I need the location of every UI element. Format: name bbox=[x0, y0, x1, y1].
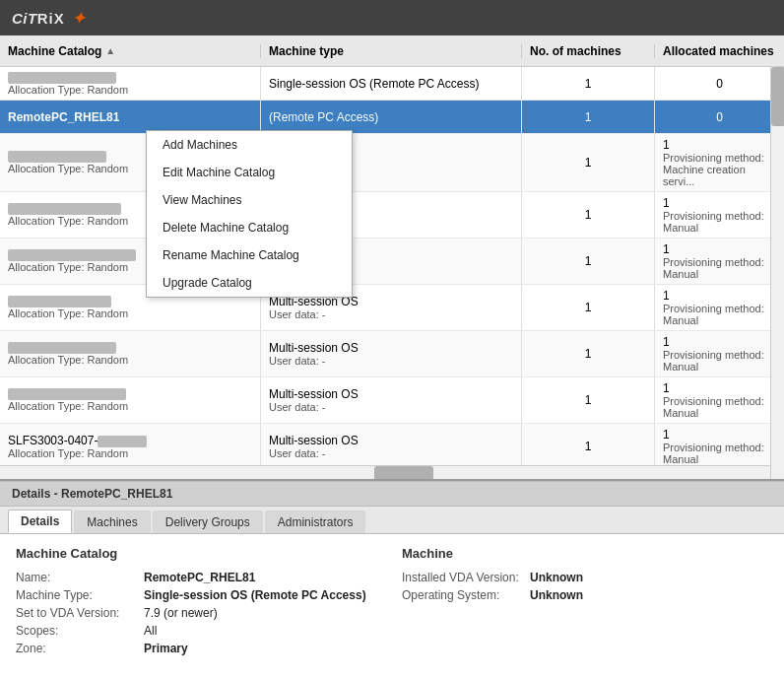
blurred-name bbox=[8, 388, 126, 400]
cell-allocated: 1 Provisioning method: Manual bbox=[655, 331, 784, 376]
blurred-name bbox=[8, 249, 136, 261]
cell-no-machines: 1 bbox=[522, 331, 655, 376]
col-header-allocated[interactable]: Allocated machines bbox=[655, 44, 784, 58]
scroll-thumb[interactable] bbox=[771, 67, 784, 126]
cell-machine-catalog: SLFS3003-0407- Allocation Type: Random bbox=[0, 424, 261, 469]
cell-machine-catalog: Allocation Type: Random bbox=[0, 67, 261, 100]
detail-os-label: Operating System: bbox=[402, 588, 530, 602]
citrix-logo: CiTRiX ✦ bbox=[12, 8, 86, 29]
table-row[interactable]: Allocation Type: Random Multi-session OS… bbox=[0, 285, 784, 331]
blurred-name bbox=[8, 342, 116, 354]
tab-administrators[interactable]: Administrators bbox=[265, 510, 366, 533]
detail-installed-vda-label: Installed VDA Version: bbox=[402, 571, 530, 584]
detail-os-value: Unknown bbox=[530, 588, 583, 602]
table-row[interactable]: Allocation Type: Random (Virtual) 1 1 Pr… bbox=[0, 134, 784, 192]
table-row[interactable]: Allocation Type: Random 1 1 Provisioning… bbox=[0, 238, 784, 285]
col-header-machine-type[interactable]: Machine type bbox=[261, 44, 522, 58]
detail-vda-value: 7.9 (or newer) bbox=[144, 606, 218, 620]
detail-vda-label: Set to VDA Version: bbox=[16, 606, 144, 620]
detail-name-row: Name: RemotePC_RHEL81 bbox=[16, 571, 382, 584]
context-menu-upgrade-catalog[interactable]: Upgrade Catalog bbox=[147, 269, 352, 297]
context-menu-rename-catalog[interactable]: Rename Machine Catalog bbox=[147, 241, 352, 269]
cell-allocated: 1 Provisioning method: Manual bbox=[655, 377, 784, 423]
detail-zone-value: Primary bbox=[144, 642, 188, 655]
details-panel: Details - RemotePC_RHEL81 Details Machin… bbox=[0, 479, 784, 680]
machine-catalog-details: Machine Catalog Name: RemotePC_RHEL81 Ma… bbox=[16, 546, 382, 668]
detail-installed-vda-value: Unknown bbox=[530, 571, 583, 584]
detail-installed-vda-row: Installed VDA Version: Unknown bbox=[402, 571, 768, 584]
app-header: CiTRiX ✦ bbox=[0, 0, 784, 35]
detail-vda-row: Set to VDA Version: 7.9 (or newer) bbox=[16, 606, 382, 620]
col-header-no-machines[interactable]: No. of machines bbox=[522, 44, 655, 58]
detail-os-row: Operating System: Unknown bbox=[402, 588, 768, 602]
cell-machine-type: (Remote PC Access) bbox=[261, 101, 522, 133]
detail-scopes-value: All bbox=[144, 624, 157, 638]
details-content: Machine Catalog Name: RemotePC_RHEL81 Ma… bbox=[0, 534, 784, 680]
table-header-row: Machine Catalog ▲ Machine type No. of ma… bbox=[0, 35, 784, 67]
detail-zone-row: Zone: Primary bbox=[16, 642, 382, 655]
context-menu-add-machines[interactable]: Add Machines bbox=[147, 131, 352, 159]
cell-allocated: 1 Provisioning method: Manual bbox=[655, 238, 784, 284]
vertical-scrollbar[interactable] bbox=[770, 67, 784, 479]
cell-allocated: 0 bbox=[655, 67, 784, 100]
cell-machine-type: Multi-session OS User data: - bbox=[261, 424, 522, 469]
detail-machine-type-row: Machine Type: Single-session OS (Remote … bbox=[16, 588, 382, 602]
tab-details[interactable]: Details bbox=[8, 510, 72, 533]
cell-no-machines: 1 bbox=[522, 424, 655, 469]
context-menu-view-machines[interactable]: View Machines bbox=[147, 186, 352, 214]
detail-name-value: RemotePC_RHEL81 bbox=[144, 571, 255, 584]
tabs-bar: Details Machines Delivery Groups Adminis… bbox=[0, 507, 784, 534]
cell-machine-type: Multi-session OS User data: - bbox=[261, 331, 522, 376]
blurred-name bbox=[98, 436, 147, 447]
cell-no-machines: 1 bbox=[522, 192, 655, 238]
cell-machine-catalog: RemotePC_RHEL81 bbox=[0, 101, 261, 133]
detail-machine-type-label: Machine Type: bbox=[16, 588, 144, 602]
table-row[interactable]: Allocation Type: Random Single-session O… bbox=[0, 67, 784, 101]
detail-zone-label: Zone: bbox=[16, 642, 144, 655]
detail-name-label: Name: bbox=[16, 571, 144, 584]
tab-delivery-groups[interactable]: Delivery Groups bbox=[153, 510, 263, 533]
cell-machine-catalog: Allocation Type: Random bbox=[0, 331, 261, 376]
cell-no-machines: 1 bbox=[522, 285, 655, 330]
cell-no-machines: 1 bbox=[522, 67, 655, 100]
context-menu: Add Machines Edit Machine Catalog View M… bbox=[146, 130, 353, 298]
context-menu-delete-catalog[interactable]: Delete Machine Catalog bbox=[147, 214, 352, 241]
cell-allocated: 1 Provisioning method: Manual bbox=[655, 285, 784, 330]
context-menu-edit-catalog[interactable]: Edit Machine Catalog bbox=[147, 159, 352, 186]
cell-no-machines: 1 bbox=[522, 377, 655, 423]
cell-no-machines: 1 bbox=[522, 238, 655, 284]
cell-no-machines: 1 bbox=[522, 134, 655, 191]
sort-icon: ▲ bbox=[105, 45, 115, 56]
detail-scopes-row: Scopes: All bbox=[16, 624, 382, 638]
cell-allocated: 1 Provisioning method: Manual bbox=[655, 192, 784, 238]
table-row[interactable]: RemotePC_RHEL81 (Remote PC Access) 1 0 bbox=[0, 101, 784, 134]
blurred-name bbox=[8, 296, 111, 307]
machine-section-title: Machine bbox=[402, 546, 768, 561]
table-row[interactable]: Allocation Type: Random 1 1 Provisioning… bbox=[0, 192, 784, 238]
blurred-name bbox=[8, 203, 121, 215]
hscroll-thumb[interactable] bbox=[374, 466, 433, 479]
blurred-name bbox=[8, 72, 116, 84]
cell-allocated: 0 bbox=[655, 101, 784, 133]
cell-allocated: 1 Provisioning method: Manual bbox=[655, 424, 784, 469]
cell-allocated: 1 Provisioning method: Machine creation … bbox=[655, 134, 784, 191]
machine-details: Machine Installed VDA Version: Unknown O… bbox=[402, 546, 768, 668]
details-header: Details - RemotePC_RHEL81 bbox=[0, 481, 784, 507]
cell-machine-type: Multi-session OS User data: - bbox=[261, 377, 522, 423]
cell-no-machines: 1 bbox=[522, 101, 655, 133]
tab-machines[interactable]: Machines bbox=[74, 510, 150, 533]
horizontal-scrollbar[interactable] bbox=[0, 465, 770, 479]
detail-machine-type-value: Single-session OS (Remote PC Access) bbox=[144, 588, 366, 602]
table-row[interactable]: SLFS3003-0407- Allocation Type: Random M… bbox=[0, 424, 784, 470]
blurred-name bbox=[8, 151, 106, 163]
cell-machine-type: Single-session OS (Remote PC Access) bbox=[261, 67, 522, 100]
col-header-machine-catalog[interactable]: Machine Catalog ▲ bbox=[0, 44, 261, 58]
machine-catalog-table: Machine Catalog ▲ Machine type No. of ma… bbox=[0, 35, 784, 479]
cell-machine-catalog: Allocation Type: Random bbox=[0, 377, 261, 423]
detail-scopes-label: Scopes: bbox=[16, 624, 144, 638]
table-row[interactable]: Allocation Type: Random Multi-session OS… bbox=[0, 377, 784, 424]
machine-catalog-section-title: Machine Catalog bbox=[16, 546, 382, 561]
table-row[interactable]: Allocation Type: Random Multi-session OS… bbox=[0, 331, 784, 377]
